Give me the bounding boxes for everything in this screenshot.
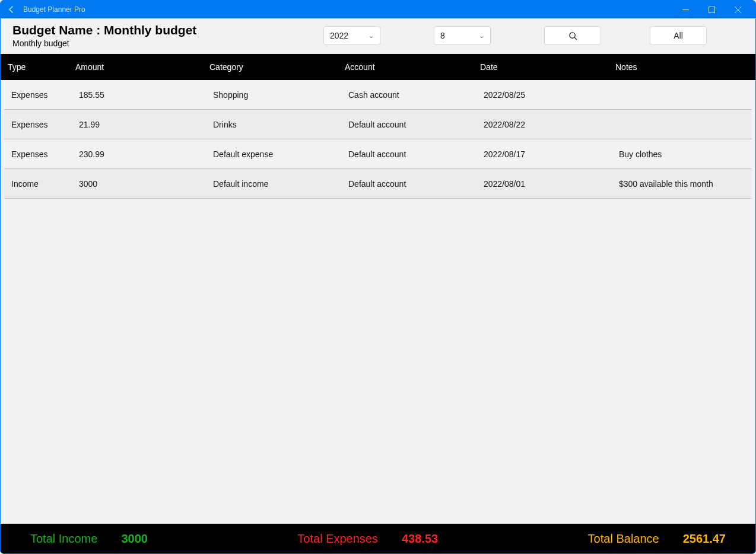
all-button-label: All (674, 31, 683, 40)
window-close[interactable] (725, 1, 751, 18)
chevron-down-icon: ⌄ (369, 32, 374, 40)
cell-type: Expenses (11, 120, 79, 129)
chevron-down-icon: ⌄ (479, 32, 484, 40)
cell-amount: 230.99 (79, 149, 213, 159)
table-header: Type Amount Category Account Date Notes (1, 54, 755, 80)
svg-line-3 (574, 37, 577, 40)
table-row[interactable]: Expenses230.99Default expenseDefault acc… (4, 139, 752, 169)
cell-date: 2022/08/25 (484, 90, 619, 100)
cell-account: Default account (348, 179, 484, 189)
titlebar: Budget Planner Pro (1, 1, 755, 18)
arrow-left-icon (7, 5, 15, 14)
cell-date: 2022/08/17 (484, 149, 619, 159)
svg-point-2 (569, 32, 574, 37)
month-select-value: 8 (440, 31, 445, 40)
total-income-label: Total Income (30, 532, 97, 546)
svg-rect-1 (709, 7, 714, 12)
cell-category: Default expense (213, 149, 348, 159)
window-minimize[interactable] (672, 1, 698, 18)
col-header-type: Type (8, 62, 75, 72)
window-maximize[interactable] (698, 1, 725, 18)
cell-type: Expenses (11, 90, 79, 100)
page-subtitle: Monthly budget (12, 39, 196, 48)
close-icon (735, 7, 741, 13)
cell-account: Default account (348, 149, 484, 159)
summary-footer: Total Income 3000 Total Expenses 438.53 … (1, 524, 755, 553)
col-header-notes: Notes (615, 62, 748, 72)
cell-date: 2022/08/01 (484, 179, 619, 189)
minimize-icon (682, 7, 689, 13)
cell-type: Income (11, 179, 79, 189)
total-balance: Total Balance 2561.47 (588, 532, 726, 546)
total-expenses-label: Total Expenses (297, 532, 378, 546)
cell-account: Cash account (348, 90, 484, 100)
total-expenses: Total Expenses 438.53 (297, 532, 438, 546)
table-row[interactable]: Expenses185.55ShoppingCash account2022/0… (4, 80, 752, 110)
year-select[interactable]: 2022 ⌄ (323, 26, 380, 45)
col-header-date: Date (480, 62, 615, 72)
table-row[interactable]: Expenses21.99DrinksDefault account2022/0… (4, 110, 752, 139)
cell-category: Shopping (213, 90, 348, 100)
maximize-icon (709, 7, 715, 13)
back-button[interactable] (5, 4, 17, 15)
month-select[interactable]: 8 ⌄ (434, 26, 491, 45)
cell-amount: 3000 (79, 179, 213, 189)
total-balance-value: 2561.47 (683, 532, 726, 546)
col-header-amount: Amount (75, 62, 209, 72)
cell-type: Expenses (11, 149, 79, 159)
search-button[interactable] (544, 26, 601, 45)
col-header-account: Account (345, 62, 480, 72)
total-balance-label: Total Balance (588, 532, 659, 546)
total-income: Total Income 3000 (30, 532, 148, 546)
cell-notes: Buy clothes (619, 149, 745, 159)
col-header-category: Category (209, 62, 345, 72)
total-expenses-value: 438.53 (402, 532, 438, 546)
page-title: Budget Name : Monthly budget (12, 23, 196, 37)
total-income-value: 3000 (121, 532, 148, 546)
window-title: Budget Planner Pro (23, 5, 85, 14)
cell-amount: 21.99 (79, 120, 213, 129)
cell-account: Default account (348, 120, 484, 129)
table-body: Expenses185.55ShoppingCash account2022/0… (1, 80, 755, 524)
cell-category: Drinks (213, 120, 348, 129)
search-icon (568, 31, 577, 40)
header: Budget Name : Monthly budget Monthly bud… (1, 18, 755, 54)
cell-notes: $300 available this month (619, 179, 745, 189)
cell-date: 2022/08/22 (484, 120, 619, 129)
cell-amount: 185.55 (79, 90, 213, 100)
cell-category: Default income (213, 179, 348, 189)
all-button[interactable]: All (650, 26, 707, 45)
year-select-value: 2022 (330, 31, 348, 40)
table-row[interactable]: Income3000Default incomeDefault account2… (4, 169, 752, 199)
